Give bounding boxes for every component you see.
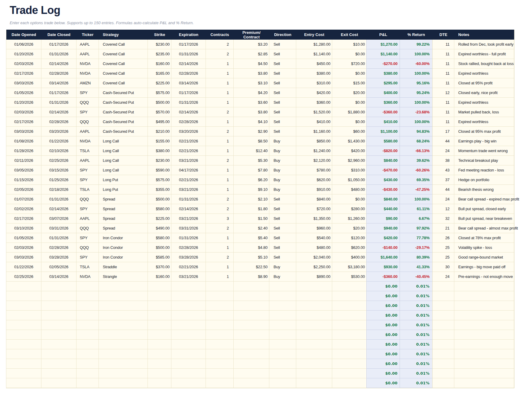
cell-exit_cost[interactable]: $20.00 [332,88,367,98]
cell-premium[interactable]: $7.80 [234,165,269,175]
cell-contracts[interactable]: 1 [206,175,234,185]
cell-ticker[interactable]: NVDA [76,136,99,146]
cell-date_closed[interactable] [41,301,76,311]
cell-strategy[interactable]: Covered Call [99,69,148,78]
cell-exit_cost[interactable]: $1,430.00 [332,136,367,146]
cell-strategy[interactable]: Covered Call [99,78,148,88]
cell-date_opened[interactable]: 01/15/2026 [6,175,41,185]
cell-strike[interactable]: $355.00 [148,185,171,194]
cell-contracts[interactable] [206,301,234,311]
cell-dte[interactable]: 38 [433,156,454,165]
cell-date_closed[interactable] [41,378,76,388]
cell-exit_cost[interactable]: $280.00 [332,204,367,214]
cell-date_opened[interactable]: 01/28/2026 [6,146,41,156]
cell-strike[interactable]: $210.00 [148,127,171,136]
cell-return_pct[interactable]: 0.01% [400,282,433,291]
cell-strategy[interactable] [99,359,148,369]
cell-pnl[interactable]: $360.00 [367,98,400,107]
cell-expiration[interactable]: 03/20/2026 [171,127,206,136]
cell-entry_cost[interactable]: $910.00 [296,185,332,194]
cell-premium[interactable]: $8.90 [234,272,269,282]
cell-exit_cost[interactable] [332,330,367,340]
cell-dte[interactable] [433,301,454,311]
cell-date_opened[interactable]: 03/03/2026 [6,127,41,136]
cell-ticker[interactable]: SPY [76,253,99,262]
cell-dte[interactable]: 30 [433,262,454,272]
cell-strike[interactable]: $160.00 [148,59,171,69]
cell-contracts[interactable]: 1 [206,59,234,69]
cell-contracts[interactable]: 1 [206,233,234,243]
cell-expiration[interactable]: 01/31/2026 [171,233,206,243]
cell-contracts[interactable]: 2 [206,223,234,233]
cell-exit_cost[interactable]: $1,880.00 [332,107,367,117]
cell-date_opened[interactable]: 02/03/2026 [6,59,41,69]
cell-date_closed[interactable]: 03/15/2026 [41,165,76,175]
cell-direction[interactable] [269,311,296,320]
cell-strategy[interactable]: Long Call [99,156,148,165]
cell-notes[interactable] [454,301,514,311]
cell-exit_cost[interactable]: $0.00 [332,49,367,59]
cell-ticker[interactable]: TSLA [76,146,99,156]
cell-direction[interactable] [269,378,296,388]
cell-premium[interactable]: $1.80 [234,204,269,214]
cell-date_closed[interactable] [41,349,76,359]
cell-date_closed[interactable]: 01/31/2026 [41,194,76,204]
cell-contracts[interactable] [206,282,234,291]
cell-exit_cost[interactable] [332,311,367,320]
cell-date_opened[interactable]: 02/03/2026 [6,107,41,117]
cell-strike[interactable]: $575.00 [148,88,171,98]
cell-date_opened[interactable]: 02/11/2026 [6,156,41,165]
cell-strategy[interactable] [99,311,148,320]
cell-strategy[interactable] [99,301,148,311]
cell-direction[interactable]: Sell [269,194,296,204]
cell-dte[interactable]: 11 [433,117,454,127]
cell-expiration[interactable]: 03/31/2026 [171,223,206,233]
cell-date_opened[interactable] [6,282,41,291]
cell-entry_cost[interactable]: $850.00 [296,136,332,146]
cell-strike[interactable]: $155.00 [148,136,171,146]
cell-strike[interactable]: $495.00 [148,117,171,127]
cell-exit_cost[interactable] [332,282,367,291]
cell-entry_cost[interactable]: $1,140.00 [296,49,332,59]
cell-date_opened[interactable]: 01/08/2026 [6,136,41,146]
cell-premium[interactable]: $6.20 [234,175,269,185]
cell-pnl[interactable]: $0.00 [367,369,400,378]
cell-entry_cost[interactable]: $1,350.00 [296,214,332,223]
cell-date_opened[interactable]: 02/25/2026 [6,272,41,282]
cell-date_opened[interactable]: 01/05/2026 [6,88,41,98]
cell-strategy[interactable] [99,291,148,301]
cell-exit_cost[interactable]: $10.00 [332,40,367,49]
cell-direction[interactable]: Buy [269,156,296,165]
cell-return_pct[interactable]: 0.01% [400,291,433,301]
cell-return_pct[interactable]: 99.22% [400,40,433,49]
cell-strike[interactable]: $490.00 [148,223,171,233]
cell-date_opened[interactable] [6,340,41,349]
cell-strategy[interactable]: Cash-Secured Put [99,98,148,107]
cell-expiration[interactable] [171,282,206,291]
cell-date_opened[interactable]: 02/03/2026 [6,243,41,253]
cell-ticker[interactable]: SPY [76,204,99,214]
cell-exit_cost[interactable]: $20.00 [332,223,367,233]
cell-strike[interactable] [148,291,171,301]
cell-direction[interactable]: Sell [269,49,296,59]
cell-contracts[interactable]: 1 [206,185,234,194]
cell-expiration[interactable] [171,340,206,349]
cell-expiration[interactable] [171,378,206,388]
cell-exit_cost[interactable] [332,349,367,359]
cell-notes[interactable]: Volatility spike - loss [454,243,514,253]
cell-ticker[interactable]: SPY [76,165,99,175]
cell-return_pct[interactable]: 80.39% [400,253,433,262]
cell-return_pct[interactable]: 97.92% [400,223,433,233]
cell-date_closed[interactable]: 02/14/2026 [41,204,76,214]
cell-exit_cost[interactable]: $120.00 [332,233,367,243]
cell-date_opened[interactable] [6,291,41,301]
cell-exit_cost[interactable]: $1,260.00 [332,214,367,223]
cell-date_opened[interactable] [6,378,41,388]
cell-notes[interactable]: Bear call spread - expired max profit [454,194,514,204]
cell-pnl[interactable]: $940.00 [367,223,400,233]
cell-strategy[interactable]: Spread [99,194,148,204]
cell-pnl[interactable]: $400.00 [367,88,400,98]
cell-exit_cost[interactable] [332,340,367,349]
cell-direction[interactable]: Sell [269,243,296,253]
cell-notes[interactable]: Bull put spread, near breakeven [454,214,514,223]
